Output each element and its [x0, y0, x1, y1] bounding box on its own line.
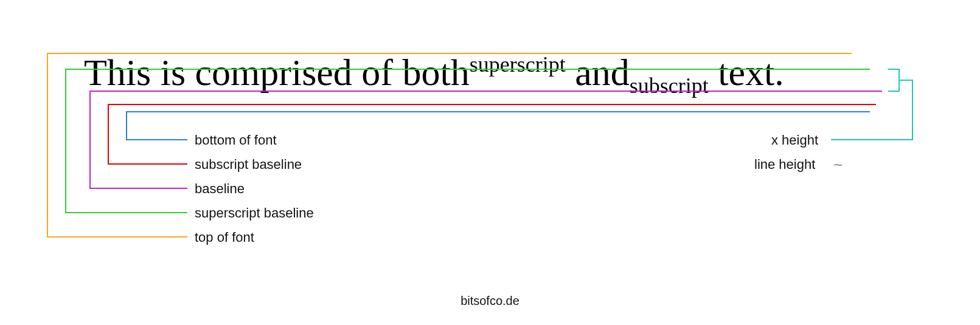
label-superscript-baseline: superscript baseline: [195, 205, 314, 221]
label-bottom-of-font: bottom of font: [195, 132, 277, 148]
label-top-of-font: top of font: [195, 230, 254, 245]
sample-sentence: This is comprised of bothsuperscript and…: [84, 53, 784, 91]
label-subscript-baseline: subscript baseline: [195, 157, 302, 173]
diagram: This is comprised of bothsuperscript and…: [0, 0, 980, 325]
sentence-part2: and: [566, 52, 630, 93]
sentence-part3: text.: [709, 52, 784, 93]
label-line-height: line height: [754, 157, 815, 173]
sentence-part1: This is comprised of both: [84, 52, 470, 93]
tilde-glyph: ~: [833, 156, 843, 174]
footer-credit: bitsofco.de: [0, 294, 980, 308]
subscript-text: subscript: [630, 74, 709, 98]
label-x-height: x height: [771, 132, 818, 148]
superscript-text: superscript: [470, 52, 566, 77]
label-baseline: baseline: [195, 181, 245, 197]
